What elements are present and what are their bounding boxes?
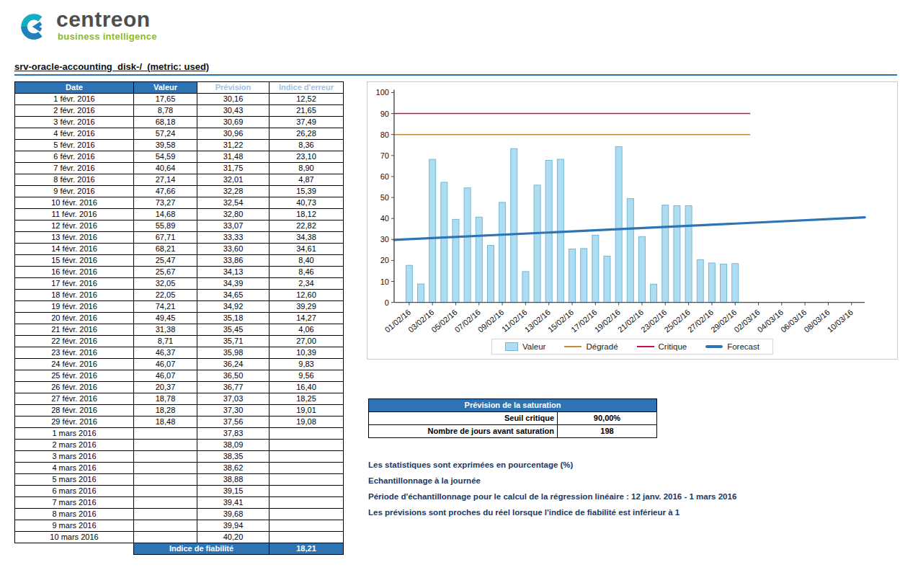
table-row: 16 févr. 201625,6734,138,46 [15, 267, 344, 278]
value-bar [685, 205, 692, 302]
cell-date: 3 mars 2016 [15, 451, 134, 463]
cell-valeur: 31,38 [134, 324, 197, 336]
cell-valeur: 49,45 [134, 313, 197, 324]
cell-date: 5 févr. 2016 [15, 140, 134, 151]
legend-swatch-forecast [705, 345, 723, 348]
cell-valeur: 32,05 [134, 278, 197, 290]
table-row: 3 févr. 201668,1830,6937,49 [15, 117, 344, 128]
table-row: 11 févr. 201614,6832,8018,12 [15, 209, 344, 220]
value-bar [638, 236, 645, 302]
cell-erreur: 19,01 [269, 405, 344, 416]
y-tick-label: 10 [380, 277, 389, 286]
col-header-date: Date [15, 82, 134, 94]
cell-valeur: 40,64 [134, 163, 197, 174]
value-bar [662, 205, 669, 303]
cell-prevision: 40,20 [197, 532, 269, 543]
value-bar [453, 219, 459, 302]
footer-spacer-cell [15, 543, 134, 555]
cell-erreur: 14,27 [269, 313, 344, 324]
value-bar [581, 249, 587, 303]
legend-swatch-degrade [564, 346, 582, 347]
centreon-logo-icon [17, 9, 50, 43]
cell-date: 15 févr. 2016 [15, 255, 134, 267]
table-row: 22 févr. 20168,7135,7127,00 [15, 336, 344, 347]
cell-valeur: 68,21 [134, 244, 197, 255]
cell-valeur [134, 440, 197, 451]
table-row: 28 févr. 201618,2837,3019,01 [15, 405, 344, 416]
cell-prevision: 33,07 [197, 220, 269, 232]
table-row: 5 mars 201638,88 [15, 474, 344, 486]
cell-prevision: 32,80 [197, 209, 269, 220]
legend-item-forecast: Forecast [705, 342, 759, 351]
cell-date: 8 mars 2016 [15, 509, 134, 520]
value-bar [429, 159, 436, 303]
cell-prevision: 32,01 [197, 174, 269, 186]
title-divider [14, 74, 897, 76]
cell-date: 5 mars 2016 [15, 474, 134, 486]
cell-date: 24 févr. 2016 [15, 359, 134, 370]
cell-valeur: 14,68 [134, 209, 197, 220]
cell-valeur: 47,66 [134, 186, 197, 197]
y-tick-label: 40 [380, 214, 389, 223]
saturation-row: Seuil critique90,00% [369, 412, 657, 425]
legend-label-forecast: Forecast [727, 342, 759, 351]
cell-valeur: 8,71 [134, 336, 197, 347]
saturation-row: Nombre de jours avant saturation198 [369, 425, 657, 438]
table-row: 29 févr. 201618,4837,5619,08 [15, 416, 344, 428]
table-row: 20 févr. 201649,4535,1814,27 [15, 313, 344, 324]
cell-prevision: 32,54 [197, 197, 269, 209]
cell-prevision: 34,65 [197, 290, 269, 301]
cell-erreur [269, 509, 344, 520]
centreon-logo: centreon business intelligence [17, 9, 900, 43]
cell-erreur: 8,46 [269, 267, 344, 278]
cell-erreur: 27,00 [269, 336, 344, 347]
cell-prevision: 35,98 [197, 347, 269, 359]
table-row: 27 févr. 201618,7837,0318,25 [15, 393, 344, 405]
cell-erreur: 8,36 [269, 140, 344, 151]
saturation-table: Prévision de la saturation Seuil critiqu… [368, 398, 657, 438]
value-bar [522, 272, 529, 303]
cell-prevision: 36,77 [197, 382, 269, 393]
cell-prevision: 37,83 [197, 428, 269, 440]
report-body: Date Valeur Prévision Indice d'erreur 1 … [14, 81, 900, 555]
value-bar [569, 249, 576, 302]
table-row: 13 févr. 201667,7133,3334,38 [15, 232, 344, 244]
cell-erreur [269, 486, 344, 497]
cell-erreur: 8,90 [269, 163, 344, 174]
saturation-label: Nombre de jours avant saturation [369, 425, 558, 438]
cell-prevision: 30,69 [197, 117, 269, 128]
saturation-title: Prévision de la saturation [369, 399, 657, 412]
cell-valeur: 46,07 [134, 359, 197, 370]
cell-date: 17 févr. 2016 [15, 278, 134, 290]
cell-erreur [269, 520, 344, 532]
cell-date: 1 févr. 2016 [15, 94, 134, 105]
cell-date: 19 févr. 2016 [15, 301, 134, 313]
cell-erreur: 22,82 [269, 220, 344, 232]
legend-swatch-critique [637, 346, 654, 347]
x-tick-label: 10/03/16 [826, 308, 855, 334]
cell-valeur: 18,78 [134, 393, 197, 405]
cell-erreur: 16,40 [269, 382, 344, 393]
cell-erreur [269, 497, 344, 509]
cell-prevision: 37,56 [197, 416, 269, 428]
cell-date: 1 mars 2016 [15, 428, 134, 440]
table-row: 9 mars 201639,94 [15, 520, 344, 532]
cell-date: 7 mars 2016 [15, 497, 134, 509]
value-bar [615, 147, 622, 303]
cell-date: 4 févr. 2016 [15, 128, 134, 140]
cell-valeur: 57,24 [134, 128, 197, 140]
note-line: Les statistiques sont exprimées en pourc… [368, 457, 898, 473]
cell-date: 20 févr. 2016 [15, 313, 134, 324]
cell-valeur [134, 451, 197, 463]
cell-date: 9 mars 2016 [15, 520, 134, 532]
legend-swatch-valeur [505, 342, 518, 351]
cell-prevision: 35,71 [197, 336, 269, 347]
cell-prevision: 32,28 [197, 186, 269, 197]
cell-prevision: 30,43 [197, 105, 269, 117]
cell-prevision: 33,33 [197, 232, 269, 244]
y-tick-label: 50 [380, 193, 389, 202]
table-row: 8 févr. 201627,1432,014,87 [15, 174, 344, 186]
cell-date: 16 févr. 2016 [15, 267, 134, 278]
table-footer-row: Indice de fiabilité 18,21 [15, 543, 344, 555]
cell-erreur: 23,10 [269, 151, 344, 163]
